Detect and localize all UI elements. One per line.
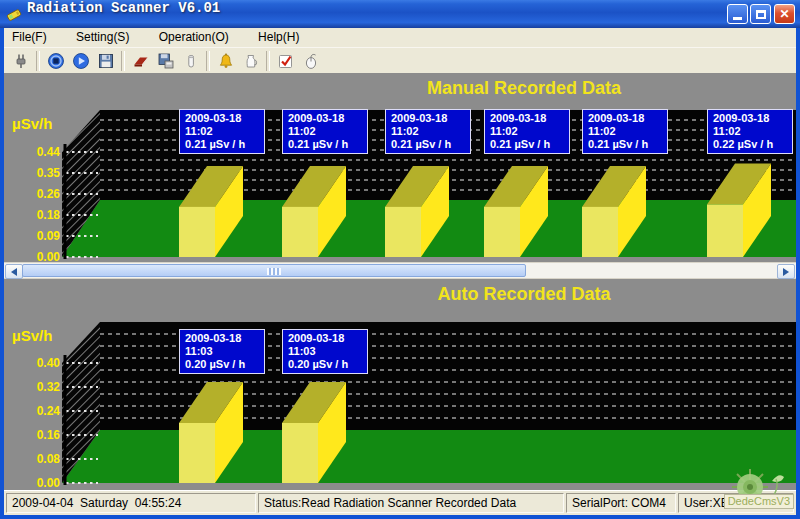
menu-help[interactable]: Help(H) [250,28,307,47]
toolbar-separator [36,51,40,71]
manual-plot: 0.440.350.260.180.090.00 [4,73,796,262]
close-icon: ✕ [779,7,789,21]
start-button[interactable] [68,49,93,72]
y-tick-label: 0.44 [37,145,61,159]
y-tick-label: 0.26 [37,187,61,201]
chart-area: Manual Recorded Data µSv/h 0.440.350.260… [4,73,796,490]
scrollbar-thumb[interactable] [22,264,526,277]
report-book-icon [132,52,150,70]
mouse-icon [302,52,320,70]
y-tick-label: 0.24 [37,404,61,418]
report-button[interactable] [128,49,153,72]
bar-chart-scene: 0.440.350.260.180.090.00 [4,73,796,262]
y-tick-label: 0.00 [37,476,61,490]
export-disk-icon [157,52,175,70]
y-tick-label: 0.35 [37,166,61,180]
y-tick-label: 0.16 [37,428,61,442]
probe-connect-button[interactable] [8,49,33,72]
chevron-right-icon [783,268,789,276]
scrollbar-grip-icon [267,268,281,275]
alarm-button[interactable] [213,49,238,72]
record-check-button[interactable] [273,49,298,72]
alarm-bell-icon [217,52,235,70]
menu-setting[interactable]: Setting(S) [68,28,137,47]
save-button[interactable] [93,49,118,72]
y-axis-title: µSv/h [12,115,52,132]
status-bar: 2009-04-04 Saturday 04:55:24 Status:Read… [4,490,796,515]
title-bar: Radiation Scanner V6.01 ✕ [0,0,800,28]
manual-chart-title: Manual Recorded Data [427,78,621,99]
window-title: Radiation Scanner V6.01 [27,0,220,16]
tool-bar [4,47,796,73]
clear-button[interactable] [178,49,203,72]
y-tick-label: 0.09 [37,229,61,243]
scroll-right-button[interactable] [777,264,795,279]
toolbar-separator [206,51,210,71]
bar-chart-scene: 0.400.320.240.160.080.00 [4,279,796,490]
menu-operation[interactable]: Operation(O) [151,28,237,47]
probe-icon [12,52,30,70]
status-message: Status:Read Radiation Scanner Recorded D… [258,493,564,513]
y-tick-label: 0.08 [37,452,61,466]
y-tick-label: 0.18 [37,208,61,222]
window-border [0,515,800,519]
y-tick-label: 0.40 [37,356,61,370]
y-tick-label: 0.32 [37,380,61,394]
minimize-button[interactable] [727,4,748,24]
maximize-button[interactable] [750,4,771,24]
stop-button[interactable] [43,49,68,72]
menu-file[interactable]: File(F) [4,28,55,47]
watermark: DedeCmsV3 [720,465,796,515]
chevron-left-icon [11,268,17,276]
toolbar-separator [266,51,270,71]
y-axis-title: µSv/h [12,327,52,344]
plot-floor [62,430,796,483]
scroll-left-button[interactable] [5,264,23,279]
auto-plot: 0.400.320.240.160.080.00 [4,279,796,490]
save-icon [97,52,115,70]
status-datetime: 2009-04-04 Saturday 04:55:24 [6,493,256,513]
minimize-icon [733,17,742,20]
kettle-icon [242,52,260,70]
auto-chart-panel: Auto Recorded Data µSv/h 0.400.320.240.1… [4,279,796,490]
menu-bar: File(F) Setting(S) Operation(O) Help(H) [4,28,796,47]
manual-chart-panel: Manual Recorded Data µSv/h 0.440.350.260… [4,73,796,262]
mouse-control-button[interactable] [298,49,323,72]
stop-icon [47,52,65,70]
toolbar-separator [121,51,125,71]
watermark-text: DedeCmsV3 [724,494,794,509]
export-disk-button[interactable] [153,49,178,72]
eraser-cylinder-icon [182,52,200,70]
checkbox-icon [277,52,295,70]
start-icon [72,52,90,70]
maximize-icon [756,10,766,19]
y-tick-label: 0.00 [37,250,61,262]
window-border [0,28,4,515]
status-serial-port: SerialPort: COM4 [566,493,676,513]
close-button[interactable]: ✕ [774,4,795,24]
reset-button[interactable] [238,49,263,72]
horizontal-scrollbar[interactable] [4,262,796,279]
auto-chart-title: Auto Recorded Data [437,284,610,305]
app-icon[interactable] [6,6,23,22]
window-border [796,28,800,515]
